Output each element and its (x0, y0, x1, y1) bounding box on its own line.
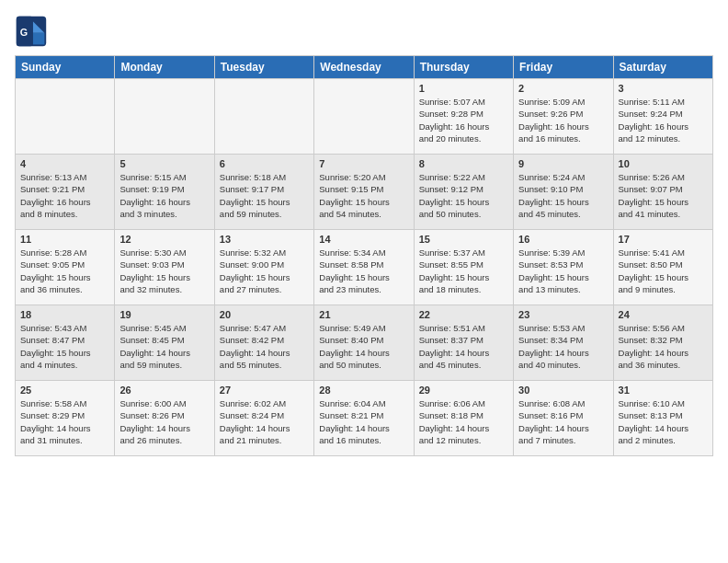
cell-content: Sunrise: 6:08 AM Sunset: 8:16 PM Dayligh… (518, 397, 608, 446)
day-number: 28 (319, 385, 408, 396)
cell-content: Sunrise: 5:41 AM Sunset: 8:50 PM Dayligh… (619, 247, 708, 295)
calendar-cell: 15Sunrise: 5:37 AM Sunset: 8:55 PM Dayli… (414, 230, 513, 305)
cell-content: Sunrise: 6:00 AM Sunset: 8:26 PM Dayligh… (119, 397, 209, 446)
day-number: 3 (619, 83, 708, 94)
logo: G (15, 15, 51, 48)
calendar-cell: 2Sunrise: 5:09 AM Sunset: 9:26 PM Daylig… (514, 79, 613, 155)
week-row-5: 25Sunrise: 5:58 AM Sunset: 8:29 PM Dayli… (16, 381, 713, 456)
cell-content: Sunrise: 5:45 AM Sunset: 8:45 PM Dayligh… (119, 322, 209, 371)
logo-icon: G (15, 15, 48, 48)
day-number: 2 (518, 83, 608, 94)
day-number: 5 (119, 158, 209, 169)
day-number: 4 (20, 158, 109, 169)
calendar-cell: 23Sunrise: 5:53 AM Sunset: 8:34 PM Dayli… (514, 305, 613, 381)
cell-content: Sunrise: 5:22 AM Sunset: 9:12 PM Dayligh… (419, 171, 508, 220)
day-number: 26 (119, 385, 209, 396)
cell-content: Sunrise: 5:39 AM Sunset: 8:53 PM Dayligh… (518, 247, 608, 295)
cell-content: Sunrise: 5:56 AM Sunset: 8:32 PM Dayligh… (619, 322, 708, 371)
cell-content: Sunrise: 6:02 AM Sunset: 8:24 PM Dayligh… (220, 397, 309, 446)
dow-header-thursday: Thursday (414, 56, 513, 79)
day-number: 29 (419, 385, 508, 396)
dow-header-wednesday: Wednesday (314, 56, 414, 79)
week-row-2: 4Sunrise: 5:13 AM Sunset: 9:21 PM Daylig… (16, 155, 713, 230)
cell-content: Sunrise: 5:15 AM Sunset: 9:19 PM Dayligh… (119, 171, 209, 220)
day-number: 13 (220, 234, 309, 245)
cell-content: Sunrise: 5:20 AM Sunset: 9:15 PM Dayligh… (319, 171, 408, 220)
cell-content: Sunrise: 5:58 AM Sunset: 8:29 PM Dayligh… (20, 397, 109, 446)
dow-header-saturday: Saturday (613, 56, 712, 79)
dow-header-monday: Monday (115, 56, 214, 79)
cell-content: Sunrise: 5:30 AM Sunset: 9:03 PM Dayligh… (119, 247, 209, 295)
cell-content: Sunrise: 5:07 AM Sunset: 9:28 PM Dayligh… (419, 96, 508, 144)
calendar-cell: 27Sunrise: 6:02 AM Sunset: 8:24 PM Dayli… (214, 381, 313, 456)
calendar-cell: 19Sunrise: 5:45 AM Sunset: 8:45 PM Dayli… (115, 305, 214, 381)
day-number: 31 (619, 385, 708, 396)
calendar-cell: 29Sunrise: 6:06 AM Sunset: 8:18 PM Dayli… (414, 381, 513, 456)
day-number: 11 (20, 234, 109, 245)
cell-content: Sunrise: 5:34 AM Sunset: 8:58 PM Dayligh… (319, 247, 408, 295)
day-number: 18 (20, 309, 109, 320)
day-number: 12 (119, 234, 209, 245)
calendar-cell: 13Sunrise: 5:32 AM Sunset: 9:00 PM Dayli… (214, 230, 313, 305)
calendar-cell: 9Sunrise: 5:24 AM Sunset: 9:10 PM Daylig… (514, 155, 613, 230)
week-row-3: 11Sunrise: 5:28 AM Sunset: 9:05 PM Dayli… (16, 230, 713, 305)
week-row-4: 18Sunrise: 5:43 AM Sunset: 8:47 PM Dayli… (16, 305, 713, 381)
calendar-cell: 16Sunrise: 5:39 AM Sunset: 8:53 PM Dayli… (514, 230, 613, 305)
cell-content: Sunrise: 5:49 AM Sunset: 8:40 PM Dayligh… (319, 322, 408, 371)
cell-content: Sunrise: 5:13 AM Sunset: 9:21 PM Dayligh… (20, 171, 109, 220)
calendar-cell: 1Sunrise: 5:07 AM Sunset: 9:28 PM Daylig… (414, 79, 513, 155)
day-number: 16 (518, 234, 608, 245)
cell-content: Sunrise: 6:06 AM Sunset: 8:18 PM Dayligh… (419, 397, 508, 446)
calendar-cell: 20Sunrise: 5:47 AM Sunset: 8:42 PM Dayli… (214, 305, 313, 381)
week-row-1: 1Sunrise: 5:07 AM Sunset: 9:28 PM Daylig… (16, 79, 713, 155)
cell-content: Sunrise: 5:47 AM Sunset: 8:42 PM Dayligh… (220, 322, 309, 371)
svg-text:G: G (20, 27, 28, 38)
day-number: 23 (518, 309, 608, 320)
calendar-cell: 17Sunrise: 5:41 AM Sunset: 8:50 PM Dayli… (613, 230, 712, 305)
day-number: 19 (119, 309, 209, 320)
cell-content: Sunrise: 5:51 AM Sunset: 8:37 PM Dayligh… (419, 322, 508, 371)
calendar-cell: 28Sunrise: 6:04 AM Sunset: 8:21 PM Dayli… (314, 381, 414, 456)
dow-header-friday: Friday (514, 56, 613, 79)
calendar-cell: 22Sunrise: 5:51 AM Sunset: 8:37 PM Dayli… (414, 305, 513, 381)
calendar-cell (16, 79, 115, 155)
svg-marker-2 (33, 33, 45, 45)
dow-header-sunday: Sunday (16, 56, 115, 79)
calendar-cell: 11Sunrise: 5:28 AM Sunset: 9:05 PM Dayli… (16, 230, 115, 305)
cell-content: Sunrise: 5:53 AM Sunset: 8:34 PM Dayligh… (518, 322, 608, 371)
cell-content: Sunrise: 5:32 AM Sunset: 9:00 PM Dayligh… (220, 247, 309, 295)
day-number: 25 (20, 385, 109, 396)
day-number: 21 (319, 309, 408, 320)
header: G (15, 15, 713, 48)
day-number: 22 (419, 309, 508, 320)
calendar-cell: 6Sunrise: 5:18 AM Sunset: 9:17 PM Daylig… (214, 155, 313, 230)
calendar-cell: 12Sunrise: 5:30 AM Sunset: 9:03 PM Dayli… (115, 230, 214, 305)
calendar-cell: 7Sunrise: 5:20 AM Sunset: 9:15 PM Daylig… (314, 155, 414, 230)
day-number: 20 (220, 309, 309, 320)
day-number: 30 (518, 385, 608, 396)
cell-content: Sunrise: 5:37 AM Sunset: 8:55 PM Dayligh… (419, 247, 508, 295)
calendar-cell (314, 79, 414, 155)
day-number: 1 (419, 83, 508, 94)
calendar-cell: 18Sunrise: 5:43 AM Sunset: 8:47 PM Dayli… (16, 305, 115, 381)
day-number: 24 (619, 309, 708, 320)
calendar-cell: 24Sunrise: 5:56 AM Sunset: 8:32 PM Dayli… (613, 305, 712, 381)
day-number: 15 (419, 234, 508, 245)
calendar-cell: 5Sunrise: 5:15 AM Sunset: 9:19 PM Daylig… (115, 155, 214, 230)
calendar-cell: 30Sunrise: 6:08 AM Sunset: 8:16 PM Dayli… (514, 381, 613, 456)
day-number: 6 (220, 158, 309, 169)
calendar-table: SundayMondayTuesdayWednesdayThursdayFrid… (15, 55, 713, 456)
cell-content: Sunrise: 5:43 AM Sunset: 8:47 PM Dayligh… (20, 322, 109, 371)
cell-content: Sunrise: 5:11 AM Sunset: 9:24 PM Dayligh… (619, 96, 708, 144)
calendar-cell (214, 79, 313, 155)
day-number: 27 (220, 385, 309, 396)
calendar-cell: 8Sunrise: 5:22 AM Sunset: 9:12 PM Daylig… (414, 155, 513, 230)
calendar-cell: 3Sunrise: 5:11 AM Sunset: 9:24 PM Daylig… (613, 79, 712, 155)
calendar-cell: 14Sunrise: 5:34 AM Sunset: 8:58 PM Dayli… (314, 230, 414, 305)
calendar-cell (115, 79, 214, 155)
day-number: 7 (319, 158, 408, 169)
cell-content: Sunrise: 5:28 AM Sunset: 9:05 PM Dayligh… (20, 247, 109, 295)
cell-content: Sunrise: 6:10 AM Sunset: 8:13 PM Dayligh… (619, 397, 708, 446)
day-number: 8 (419, 158, 508, 169)
calendar-cell: 21Sunrise: 5:49 AM Sunset: 8:40 PM Dayli… (314, 305, 414, 381)
